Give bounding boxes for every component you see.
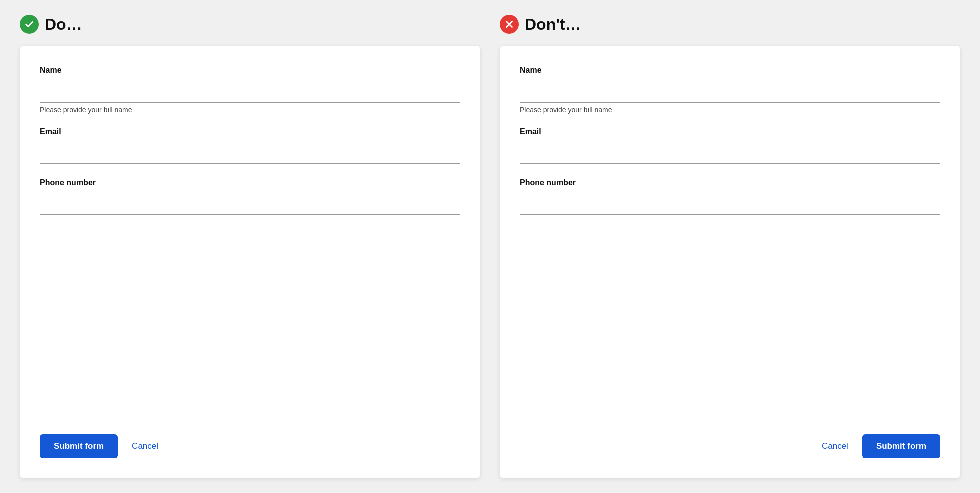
- do-header: Do…: [20, 15, 480, 34]
- do-phone-label: Phone number: [40, 178, 460, 187]
- dont-email-label: Email: [520, 127, 940, 136]
- do-panel: Name Please provide your full name Email…: [20, 46, 480, 478]
- dont-email-field-group: Email: [520, 127, 940, 164]
- do-name-hint: Please provide your full name: [40, 106, 460, 114]
- dont-header: Don't…: [500, 15, 960, 34]
- dont-panel: Name Please provide your full name Email…: [500, 46, 960, 478]
- dont-name-hint: Please provide your full name: [520, 106, 940, 114]
- do-title: Do…: [45, 15, 82, 34]
- do-email-field-group: Email: [40, 127, 460, 164]
- dont-cancel-button[interactable]: Cancel: [820, 434, 850, 458]
- do-name-label: Name: [40, 66, 460, 75]
- dont-panel-footer: Cancel Submit form: [520, 414, 940, 458]
- dont-icon: [500, 15, 519, 34]
- dont-name-label: Name: [520, 66, 940, 75]
- do-email-input[interactable]: [40, 140, 460, 164]
- dont-name-input[interactable]: [520, 79, 940, 103]
- dont-phone-field-group: Phone number: [520, 178, 940, 215]
- top-headers: Do… Don't…: [20, 15, 960, 34]
- dont-email-input[interactable]: [520, 140, 940, 164]
- do-submit-button[interactable]: Submit form: [40, 434, 118, 458]
- do-name-input[interactable]: [40, 79, 460, 103]
- dont-name-field-group: Name Please provide your full name: [520, 66, 940, 114]
- dont-phone-input[interactable]: [520, 191, 940, 215]
- do-cancel-button[interactable]: Cancel: [130, 434, 160, 458]
- do-phone-input[interactable]: [40, 191, 460, 215]
- panels: Name Please provide your full name Email…: [20, 46, 960, 478]
- do-icon: [20, 15, 39, 34]
- dont-phone-label: Phone number: [520, 178, 940, 187]
- do-phone-field-group: Phone number: [40, 178, 460, 215]
- do-name-field-group: Name Please provide your full name: [40, 66, 460, 114]
- dont-submit-button[interactable]: Submit form: [862, 434, 940, 458]
- do-email-label: Email: [40, 127, 460, 136]
- do-panel-footer: Submit form Cancel: [40, 414, 460, 458]
- dont-title: Don't…: [525, 15, 581, 34]
